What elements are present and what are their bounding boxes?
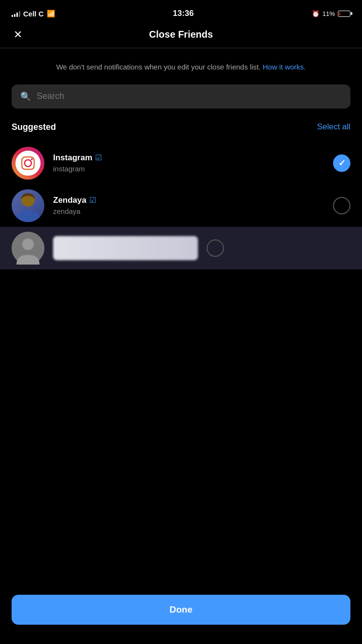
user-handle: instagram (53, 165, 85, 173)
time-label: 13:36 (173, 9, 194, 18)
header: ✕ Close Friends (0, 24, 362, 48)
info-message: We don't send notifications when you edi… (56, 63, 261, 71)
search-box: 🔍 (12, 84, 350, 109)
how-it-works-link[interactable]: How it works. (263, 63, 306, 71)
user-info: Zendaya ☑ zendaya (53, 196, 324, 216)
signal-icon (12, 10, 20, 17)
list-item[interactable]: Zendaya ☑ zendaya (0, 184, 362, 227)
user-display-name: Zendaya (53, 196, 86, 205)
battery-icon (338, 11, 350, 17)
instagram-logo-icon (20, 155, 36, 171)
battery-percent: 11% (322, 10, 335, 17)
avatar (12, 147, 44, 180)
status-bar: Cell C 📶 13:36 ⏰ 11% (0, 0, 362, 24)
status-left: Cell C 📶 (12, 10, 55, 18)
svg-point-2 (31, 158, 33, 160)
close-button[interactable]: ✕ (12, 28, 24, 42)
list-item[interactable]: Instagram ☑ instagram (0, 142, 362, 184)
search-container: 🔍 (0, 84, 362, 122)
user-info: Instagram ☑ instagram (53, 153, 324, 173)
alarm-icon: ⏰ (312, 10, 320, 17)
user-handle: zendaya (53, 207, 81, 215)
user-select-checkbox[interactable] (207, 239, 224, 257)
page-title: Close Friends (149, 29, 213, 40)
done-container: Done (0, 587, 362, 644)
user-select-checkbox[interactable] (333, 197, 350, 214)
blurred-user-content (53, 236, 198, 260)
suggested-label: Suggested (12, 122, 56, 132)
user-list: Instagram ☑ instagram Zendaya ☑ zendaya (0, 142, 362, 269)
svg-point-1 (25, 159, 31, 166)
select-all-button[interactable]: Select all (317, 122, 350, 132)
wifi-icon: 📶 (47, 10, 55, 17)
search-input[interactable] (37, 91, 342, 101)
status-right: ⏰ 11% (312, 10, 350, 17)
carrier-label: Cell C (23, 10, 44, 18)
list-item[interactable] (0, 227, 362, 269)
user-select-checkbox[interactable] (333, 154, 350, 172)
suggested-header: Suggested Select all (0, 122, 362, 142)
verified-badge: ☑ (89, 196, 96, 205)
svg-point-5 (22, 238, 34, 250)
info-section: We don't send notifications when you edi… (0, 48, 362, 84)
search-icon: 🔍 (20, 91, 31, 102)
done-button[interactable]: Done (12, 595, 350, 625)
verified-badge: ☑ (95, 153, 102, 162)
user-display-name: Instagram (53, 153, 92, 163)
avatar (12, 189, 44, 222)
avatar (12, 232, 44, 265)
blurred-avatar-icon (12, 232, 44, 265)
zendaya-avatar-icon (12, 189, 44, 222)
